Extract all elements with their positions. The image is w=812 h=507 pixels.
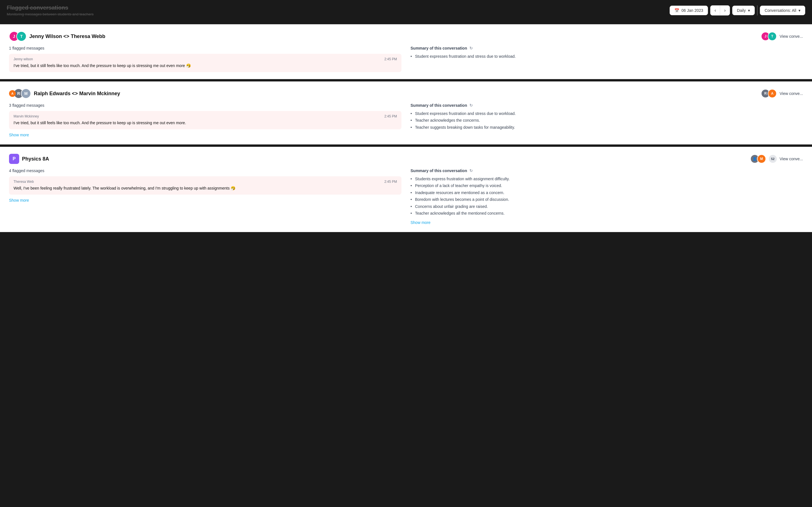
- divider: [757, 5, 758, 15]
- show-more-left-button[interactable]: Show more: [9, 198, 29, 203]
- flagged-count: 3 flagged messages: [9, 103, 402, 108]
- conversation-title: Jenny Wilson <> Theresa Webb: [29, 34, 105, 40]
- refresh-icon[interactable]: ↻: [469, 168, 473, 173]
- card-header-left: J T Jenny Wilson <> Theresa Webb: [9, 31, 105, 41]
- show-more-right-button[interactable]: Show more: [410, 220, 430, 225]
- page-subtitle: Monitoring messages between students and…: [7, 12, 94, 16]
- next-date-button[interactable]: ›: [720, 6, 729, 15]
- summary-item: Perception of a lack of teacher empathy …: [410, 182, 803, 189]
- summary-item: Student expresses frustration and stress…: [410, 110, 803, 117]
- view-mode-label: Daily: [737, 8, 746, 13]
- message-time: 2:45 PM: [384, 180, 397, 184]
- card-body: 4 flagged messages Theresa Web 2:45 PM W…: [9, 168, 803, 225]
- view-conversation-button[interactable]: View conve...: [779, 91, 803, 96]
- message-header: Marvin Mckinney 2:45 PM: [13, 114, 397, 118]
- view-conversation-button[interactable]: View conve...: [779, 157, 803, 161]
- summary-item: Teacher suggests breaking down tasks for…: [410, 124, 803, 130]
- top-bar-controls: 📅 06 Jan 2023 ‹ › Daily ▾ Conversations:…: [670, 5, 805, 15]
- header-avatar-2: T: [768, 32, 777, 41]
- card-header-left: P Physics 8A: [9, 154, 49, 164]
- badge-letter: A: [9, 90, 16, 97]
- summary-item: Boredom with lectures becomes a point of…: [410, 196, 803, 203]
- message-time: 2:45 PM: [384, 57, 397, 61]
- message-time: 2:45 PM: [384, 114, 397, 118]
- show-more-button[interactable]: Show more: [9, 133, 29, 137]
- card-header-right: J T View conve...: [761, 32, 803, 41]
- conversation-title: Ralph Edwards <> Marvin Mckinney: [34, 91, 120, 97]
- summary-item: Teacher acknowledges all the mentioned c…: [410, 210, 803, 216]
- chevron-down-icon: ▾: [799, 8, 801, 13]
- summary-title-text: Summary of this conversation: [410, 168, 467, 173]
- chevron-down-icon: ▾: [748, 8, 750, 13]
- calendar-icon: 📅: [674, 8, 679, 13]
- page-title: Flagged conversations: [7, 4, 94, 11]
- summary-title: Summary of this conversation ↻: [410, 46, 803, 50]
- group-badge: P: [9, 154, 19, 164]
- summary-section: Summary of this conversation ↻ Student e…: [410, 103, 803, 137]
- summary-item: Students express frustration with assign…: [410, 176, 803, 182]
- header-avatars: R A: [761, 89, 777, 98]
- summary-title-text: Summary of this conversation: [410, 103, 467, 108]
- card-header-right: R A View conve...: [761, 89, 803, 98]
- summary-title-text: Summary of this conversation: [410, 46, 467, 50]
- summary-title: Summary of this conversation ↻: [410, 168, 803, 173]
- message-bubble: Marvin Mckinney 2:45 PM I've tried, but …: [9, 111, 402, 129]
- avatar-pair: A R M: [9, 89, 31, 99]
- summary-item: Concerns about unfair grading are raised…: [410, 203, 803, 210]
- message-header: Theresa Web 2:45 PM: [13, 180, 397, 184]
- date-navigation: ‹ ›: [710, 5, 730, 15]
- summary-list: Student expresses frustration and stress…: [410, 53, 803, 59]
- refresh-icon[interactable]: ↻: [469, 46, 473, 50]
- summary-item: Student expresses frustration and stress…: [410, 53, 803, 59]
- top-bar: Flagged conversations Monitoring message…: [0, 0, 812, 21]
- summary-list: Students express frustration with assign…: [410, 176, 803, 216]
- participant-count: 52: [769, 155, 777, 163]
- header-avatar-2: M: [757, 154, 766, 163]
- card-header-right: 👤 M 52 View conve...: [750, 154, 803, 163]
- summary-list: Student expresses frustration and stress…: [410, 110, 803, 130]
- message-sender: Jenny wilson: [13, 57, 33, 61]
- message-header: Jenny wilson 2:45 PM: [13, 57, 397, 61]
- summary-section: Summary of this conversation ↻ Student e…: [410, 46, 803, 72]
- messages-section: 3 flagged messages Marvin Mckinney 2:45 …: [9, 103, 402, 137]
- card-header: A R M Ralph Edwards <> Marvin Mckinney R…: [9, 89, 803, 99]
- avatar-pair: J T: [9, 31, 27, 41]
- summary-item: Teacher acknowledges the concerns.: [410, 117, 803, 123]
- messages-section: 1 flagged messages Jenny wilson 2:45 PM …: [9, 46, 402, 72]
- summary-section: Summary of this conversation ↻ Students …: [410, 168, 803, 225]
- avatar-marvin: M: [21, 89, 31, 99]
- card-body: 3 flagged messages Marvin Mckinney 2:45 …: [9, 103, 803, 137]
- top-bar-left: Flagged conversations Monitoring message…: [7, 4, 94, 16]
- filter-label: Conversations: All: [765, 8, 796, 13]
- message-bubble: Jenny wilson 2:45 PM I've tried, but it …: [9, 54, 402, 72]
- message-bubble: Theresa Web 2:45 PM Well, I've been feel…: [9, 176, 402, 194]
- header-avatars: 👤 M: [750, 154, 766, 163]
- content-area: J T Jenny Wilson <> Theresa Webb J T Vie…: [0, 21, 812, 235]
- conversation-card: A R M Ralph Edwards <> Marvin Mckinney R…: [0, 81, 812, 145]
- card-header-left: A R M Ralph Edwards <> Marvin Mckinney: [9, 89, 120, 99]
- summary-item: Inadequate resources are mentioned as a …: [410, 189, 803, 196]
- flagged-count: 1 flagged messages: [9, 46, 402, 50]
- messages-section: 4 flagged messages Theresa Web 2:45 PM W…: [9, 168, 402, 225]
- prev-date-button[interactable]: ‹: [711, 6, 720, 15]
- date-picker[interactable]: 📅 06 Jan 2023: [670, 6, 708, 15]
- conversation-card: J T Jenny Wilson <> Theresa Webb J T Vie…: [0, 24, 812, 79]
- flagged-count: 4 flagged messages: [9, 168, 402, 173]
- header-avatars: J T: [761, 32, 777, 41]
- filter-dropdown[interactable]: Conversations: All ▾: [760, 6, 805, 15]
- view-conversation-button[interactable]: View conve...: [779, 34, 803, 39]
- message-text: I've tried, but it still feels like too …: [13, 63, 397, 69]
- date-label: 06 Jan 2023: [681, 8, 703, 13]
- message-sender: Marvin Mckinney: [13, 114, 39, 118]
- header-avatar-2: A: [768, 89, 777, 98]
- conversation-card: P Physics 8A 👤 M 52 View conve... 4 flag…: [0, 147, 812, 232]
- message-text: I've tried, but it still feels like too …: [13, 120, 397, 126]
- summary-title: Summary of this conversation ↻: [410, 103, 803, 108]
- message-text: Well, I've been feeling really frustrate…: [13, 185, 397, 191]
- view-mode-dropdown[interactable]: Daily ▾: [732, 6, 755, 15]
- message-sender: Theresa Web: [13, 180, 34, 184]
- card-header: P Physics 8A 👤 M 52 View conve...: [9, 154, 803, 164]
- card-header: J T Jenny Wilson <> Theresa Webb J T Vie…: [9, 31, 803, 41]
- refresh-icon[interactable]: ↻: [469, 103, 473, 108]
- card-body: 1 flagged messages Jenny wilson 2:45 PM …: [9, 46, 803, 72]
